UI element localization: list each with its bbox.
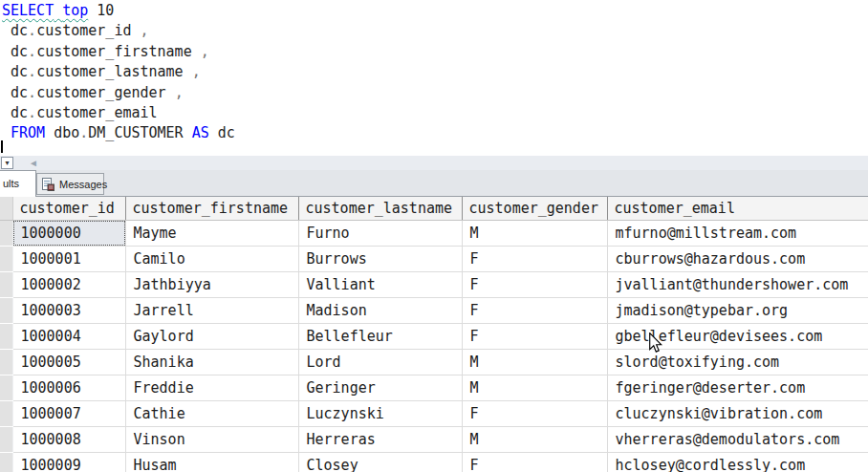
grid-cell[interactable]: Cathie bbox=[125, 401, 298, 427]
code-segment: dc bbox=[11, 104, 28, 121]
grid-cell[interactable]: cburrows@hazardous.com bbox=[607, 247, 868, 272]
select-all-corner[interactable] bbox=[0, 197, 12, 221]
row-header[interactable] bbox=[0, 375, 12, 401]
code-segment: , bbox=[175, 84, 184, 101]
grid-cell[interactable]: 1000006 bbox=[12, 375, 125, 401]
grid-cell[interactable]: slord@toxifying.com bbox=[607, 350, 868, 375]
row-header[interactable] bbox=[0, 247, 12, 272]
grid-cell[interactable]: jvalliant@thundershower.com bbox=[607, 272, 868, 298]
grid-cell[interactable]: Closey bbox=[298, 453, 462, 472]
grid-cell[interactable]: fgeringer@deserter.com bbox=[607, 375, 868, 401]
column-header-customer_id[interactable]: customer_id bbox=[12, 197, 125, 221]
grid-cell[interactable]: F bbox=[462, 453, 607, 472]
grid-header-row: customer_idcustomer_firstnamecustomer_la… bbox=[0, 197, 868, 221]
table-row: 1000009HusamCloseyFhclosey@cordlessly.co… bbox=[0, 453, 868, 472]
table-row: 1000008VinsonHerrerasMvherreras@demodula… bbox=[0, 427, 868, 453]
grid-cell[interactable]: M bbox=[462, 427, 607, 453]
grid-cell[interactable]: Burrows bbox=[298, 247, 462, 272]
table-row: 1000007CathieLuczynskiFcluczynski@vibrat… bbox=[0, 401, 868, 427]
grid-cell[interactable]: M bbox=[462, 350, 607, 375]
row-header[interactable] bbox=[0, 401, 12, 427]
results-table: customer_idcustomer_firstnamecustomer_la… bbox=[0, 197, 868, 472]
code-segment bbox=[88, 2, 97, 19]
grid-cell[interactable]: F bbox=[462, 247, 607, 272]
grid-cell[interactable]: 1000007 bbox=[12, 401, 125, 427]
grid-cell[interactable]: 1000009 bbox=[12, 453, 125, 472]
selected-cell[interactable]: 1000000 bbox=[12, 221, 125, 247]
row-header[interactable] bbox=[0, 427, 12, 453]
grid-cell[interactable]: Husam bbox=[125, 453, 298, 472]
grid-cell[interactable]: 1000004 bbox=[12, 324, 125, 350]
grid-cell[interactable]: hclosey@cordlessly.com bbox=[607, 453, 868, 472]
tab-messages[interactable]: Messages bbox=[36, 173, 104, 195]
table-row: 1000001CamiloBurrowsFcburrows@hazardous.… bbox=[0, 247, 868, 272]
grid-cell[interactable]: F bbox=[462, 324, 607, 350]
grid-cell[interactable]: Furno bbox=[298, 221, 462, 247]
code-segment: dc bbox=[218, 124, 235, 141]
row-header[interactable] bbox=[0, 453, 12, 472]
tab-results[interactable]: ults bbox=[0, 170, 36, 197]
grid-cell[interactable]: vherreras@demodulators.com bbox=[607, 427, 868, 453]
row-header[interactable] bbox=[0, 298, 12, 324]
grid-cell[interactable]: F bbox=[462, 401, 607, 427]
code-segment: 10 bbox=[97, 2, 114, 19]
scrollbar-dropdown-button[interactable]: ▾ bbox=[1, 157, 13, 169]
row-header[interactable] bbox=[0, 350, 12, 375]
grid-cell[interactable]: cluczynski@vibration.com bbox=[607, 401, 868, 427]
code-line: dc.customer_email bbox=[0, 103, 868, 123]
code-line: SELECT top 10 bbox=[0, 1, 868, 21]
grid-cell[interactable]: Madison bbox=[298, 298, 462, 324]
grid-cell[interactable]: Herreras bbox=[298, 427, 462, 453]
grid-cell[interactable]: 1000002 bbox=[12, 272, 125, 298]
grid-cell[interactable]: Freddie bbox=[125, 375, 298, 401]
grid-cell[interactable]: 1000001 bbox=[12, 247, 125, 272]
scroll-left-icon[interactable]: ◄ bbox=[29, 157, 38, 169]
code-segment: . bbox=[28, 63, 36, 80]
grid-cell[interactable]: Bellefleur bbox=[298, 324, 462, 350]
code-segment bbox=[2, 104, 11, 121]
code-segment: customer_firstname bbox=[36, 43, 192, 60]
table-row: 1000006FreddieGeringerMfgeringer@deserte… bbox=[0, 375, 868, 401]
sql-editor[interactable]: SELECT top 10 dc.customer_id , dc.custom… bbox=[0, 0, 868, 157]
grid-cell[interactable]: Luczynski bbox=[298, 401, 462, 427]
grid-cell[interactable]: Gaylord bbox=[125, 324, 298, 350]
grid-cell[interactable]: Camilo bbox=[125, 247, 298, 272]
code-segment bbox=[166, 84, 175, 101]
column-header-customer_email[interactable]: customer_email bbox=[607, 197, 868, 221]
code-segment bbox=[209, 124, 218, 141]
grid-cell[interactable]: Geringer bbox=[298, 375, 462, 401]
code-segment: DM_CUSTOMER bbox=[88, 124, 183, 141]
grid-cell[interactable]: M bbox=[462, 375, 607, 401]
grid-cell[interactable]: 1000008 bbox=[12, 427, 125, 453]
grid-cell[interactable]: M bbox=[462, 221, 607, 247]
column-header-customer_lastname[interactable]: customer_lastname bbox=[298, 197, 462, 221]
code-segment: top bbox=[62, 2, 88, 19]
column-header-customer_gender[interactable]: customer_gender bbox=[462, 197, 607, 221]
grid-cell[interactable]: Valliant bbox=[298, 272, 462, 298]
row-header[interactable] bbox=[0, 221, 12, 247]
grid-cell[interactable]: mfurno@millstream.com bbox=[607, 221, 868, 247]
code-segment bbox=[131, 22, 140, 39]
column-header-customer_firstname[interactable]: customer_firstname bbox=[125, 197, 298, 221]
grid-cell[interactable]: Vinson bbox=[125, 427, 298, 453]
grid-cell[interactable]: F bbox=[462, 272, 607, 298]
grid-cell[interactable]: Shanika bbox=[125, 350, 298, 375]
code-segment bbox=[54, 2, 62, 19]
grid-cell[interactable]: F bbox=[462, 298, 607, 324]
grid-cell[interactable]: gbellefleur@devisees.com bbox=[607, 324, 868, 350]
grid-cell[interactable]: Lord bbox=[298, 350, 462, 375]
row-header[interactable] bbox=[0, 324, 12, 350]
row-header[interactable] bbox=[0, 272, 12, 298]
grid-cell[interactable]: Jarrell bbox=[125, 298, 298, 324]
code-segment: FROM bbox=[11, 124, 45, 141]
grid-cell[interactable]: 1000005 bbox=[12, 350, 125, 375]
grid-cell[interactable]: Mayme bbox=[125, 221, 298, 247]
grid-cell[interactable]: 1000003 bbox=[12, 298, 125, 324]
code-segment bbox=[192, 43, 201, 60]
table-row: 1000003JarrellMadisonFjmadison@typebar.o… bbox=[0, 298, 868, 324]
grid-cell[interactable]: Jathbiyya bbox=[125, 272, 298, 298]
results-grid: customer_idcustomer_firstnamecustomer_la… bbox=[0, 197, 868, 472]
code-segment: . bbox=[28, 104, 36, 121]
code-segment: dc bbox=[11, 63, 28, 80]
grid-cell[interactable]: jmadison@typebar.org bbox=[607, 298, 868, 324]
